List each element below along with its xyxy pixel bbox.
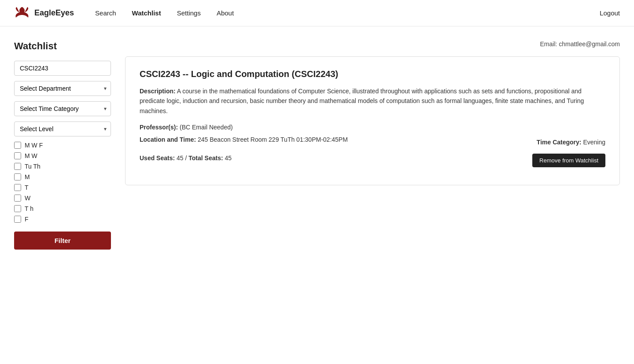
day-checkboxes: M W F M W Tu Th M T W <box>14 142 111 223</box>
checkbox-th-label: T h <box>25 205 33 212</box>
checkbox-f-input[interactable] <box>14 216 21 223</box>
checkbox-mw-input[interactable] <box>14 152 21 159</box>
nav-search[interactable]: Search <box>95 7 116 18</box>
remove-watchlist-button[interactable]: Remove from Watchlist <box>532 154 605 167</box>
total-seats-value: 45 <box>225 154 232 162</box>
course-description: Description: A course in the mathematica… <box>140 86 605 116</box>
checkbox-mw[interactable]: M W <box>14 152 111 159</box>
nav-about[interactable]: About <box>217 7 234 18</box>
used-seats-value: 45 <box>177 154 184 162</box>
time-category-field: Time Category: Evening <box>537 139 605 146</box>
brand-name: EagleEyes <box>34 8 74 18</box>
description-text: A course in the mathematical foundations… <box>140 88 584 114</box>
checkbox-w[interactable]: W <box>14 195 111 202</box>
department-dropdown[interactable]: Select Department <box>14 81 111 96</box>
checkbox-w-input[interactable] <box>14 195 21 202</box>
checkbox-t-label: T <box>25 184 29 191</box>
professor-field: Professor(s): (BC Email Needed) <box>140 124 605 131</box>
sidebar: Watchlist Select Department ▾ Select Tim… <box>14 40 111 250</box>
location-label: Location and Time: <box>140 136 196 143</box>
brand-logo[interactable]: EagleEyes <box>14 5 74 21</box>
checkbox-mwf-input[interactable] <box>14 142 21 149</box>
course-title: CSCI2243 -- Logic and Computation (CSCI2… <box>140 69 605 79</box>
location-value: 245 Beacon Street Room 229 TuTh 01:30PM-… <box>198 136 348 143</box>
checkbox-mw-label: M W <box>25 152 37 159</box>
checkbox-m[interactable]: M <box>14 173 111 180</box>
seats-field: Used Seats: 45 / Total Seats: 45 <box>140 154 232 162</box>
main-content: Email: chmattlee@gmail.com CSCI2243 -- L… <box>125 40 620 250</box>
checkbox-m-input[interactable] <box>14 173 21 180</box>
checkbox-tuth-label: Tu Th <box>25 163 41 170</box>
location-field: Location and Time: 245 Beacon Street Roo… <box>140 136 348 143</box>
checkbox-t-input[interactable] <box>14 184 21 191</box>
level-dropdown[interactable]: Select Level <box>14 121 111 136</box>
time-dropdown-wrapper: Select Time Category ▾ <box>14 101 111 116</box>
checkbox-m-label: M <box>25 173 30 180</box>
checkbox-th-input[interactable] <box>14 205 21 212</box>
course-card: CSCI2243 -- Logic and Computation (CSCI2… <box>125 56 620 185</box>
checkbox-t[interactable]: T <box>14 184 111 191</box>
logout-button[interactable]: Logout <box>600 9 620 17</box>
nav-watchlist[interactable]: Watchlist <box>132 7 161 18</box>
time-category-dropdown[interactable]: Select Time Category <box>14 101 111 116</box>
checkbox-tuth[interactable]: Tu Th <box>14 163 111 170</box>
checkbox-f-label: F <box>25 216 29 223</box>
level-dropdown-wrapper: Select Level ▾ <box>14 121 111 136</box>
email-value: chmattlee@gmail.com <box>559 40 620 48</box>
search-input[interactable] <box>14 61 111 76</box>
checkbox-mwf[interactable]: M W F <box>14 142 111 149</box>
seats-row: Used Seats: 45 / Total Seats: 45 Remove … <box>140 154 605 167</box>
checkbox-tuth-input[interactable] <box>14 163 21 170</box>
nav-links: Search Watchlist Settings About <box>95 7 234 18</box>
checkbox-w-label: W <box>25 195 30 202</box>
eagle-icon <box>14 5 30 21</box>
checkbox-th[interactable]: T h <box>14 205 111 212</box>
checkbox-f[interactable]: F <box>14 216 111 223</box>
used-seats-label: Used Seats: <box>140 154 175 162</box>
filter-button[interactable]: Filter <box>14 232 111 250</box>
total-seats-label: Total Seats: <box>188 154 223 162</box>
time-category-label: Time Category: <box>537 139 582 146</box>
location-row: Location and Time: 245 Beacon Street Roo… <box>140 136 605 148</box>
professor-label: Professor(s): <box>140 124 178 131</box>
department-dropdown-wrapper: Select Department ▾ <box>14 81 111 96</box>
svg-point-1 <box>21 7 23 11</box>
checkbox-mwf-label: M W F <box>25 142 43 149</box>
nav-settings[interactable]: Settings <box>177 7 201 18</box>
email-label: Email: <box>540 40 557 48</box>
professor-value: (BC Email Needed) <box>180 124 233 131</box>
time-category-value: Evening <box>583 139 605 146</box>
email-row: Email: chmattlee@gmail.com <box>125 40 620 48</box>
sidebar-title: Watchlist <box>14 40 111 52</box>
description-label: Description: <box>140 88 176 95</box>
